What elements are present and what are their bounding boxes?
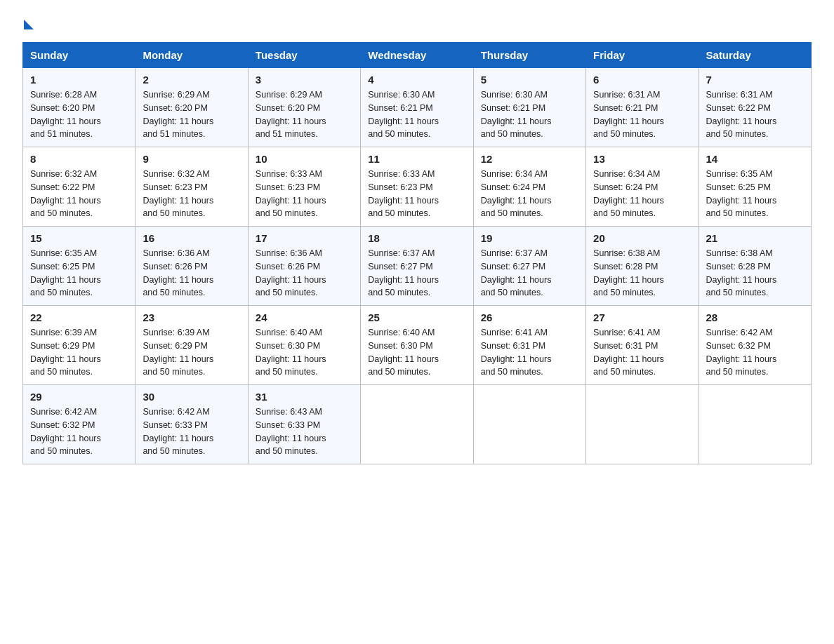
day-info: Sunrise: 6:39 AMSunset: 6:29 PMDaylight:…: [143, 328, 213, 377]
weekday-header-row: SundayMondayTuesdayWednesdayThursdayFrid…: [23, 43, 812, 68]
day-number: 31: [256, 391, 353, 403]
calendar-day-cell: 26 Sunrise: 6:41 AMSunset: 6:31 PMDaylig…: [473, 306, 585, 385]
day-info: Sunrise: 6:29 AMSunset: 6:20 PMDaylight:…: [256, 90, 326, 139]
day-info: Sunrise: 6:38 AMSunset: 6:28 PMDaylight:…: [706, 248, 777, 297]
calendar-day-cell: 4 Sunrise: 6:30 AMSunset: 6:21 PMDayligh…: [361, 68, 473, 147]
day-info: Sunrise: 6:42 AMSunset: 6:33 PMDaylight:…: [143, 407, 213, 456]
day-number: 7: [706, 74, 804, 86]
day-info: Sunrise: 6:40 AMSunset: 6:30 PMDaylight:…: [256, 328, 326, 377]
day-info: Sunrise: 6:38 AMSunset: 6:28 PMDaylight:…: [593, 248, 664, 297]
day-number: 26: [481, 311, 578, 323]
day-number: 17: [256, 232, 353, 244]
calendar-week-row: 8 Sunrise: 6:32 AMSunset: 6:22 PMDayligh…: [23, 147, 812, 227]
day-number: 23: [143, 311, 240, 323]
logo: [22, 17, 34, 29]
day-number: 16: [143, 232, 240, 244]
calendar-day-cell: 21 Sunrise: 6:38 AMSunset: 6:28 PMDaylig…: [699, 227, 811, 306]
weekday-header-sunday: Sunday: [23, 43, 135, 68]
day-number: 22: [30, 311, 128, 323]
day-number: 24: [256, 311, 353, 323]
day-info: Sunrise: 6:43 AMSunset: 6:33 PMDaylight:…: [256, 407, 326, 456]
day-info: Sunrise: 6:34 AMSunset: 6:24 PMDaylight:…: [593, 169, 664, 218]
day-number: 25: [368, 311, 465, 323]
calendar-week-row: 29 Sunrise: 6:42 AMSunset: 6:32 PMDaylig…: [23, 385, 812, 464]
calendar-day-cell: 6 Sunrise: 6:31 AMSunset: 6:21 PMDayligh…: [586, 68, 699, 147]
calendar-day-cell: 27 Sunrise: 6:41 AMSunset: 6:31 PMDaylig…: [586, 306, 699, 385]
calendar-day-cell: 22 Sunrise: 6:39 AMSunset: 6:29 PMDaylig…: [23, 306, 135, 385]
calendar-day-cell: [699, 385, 811, 464]
calendar-day-cell: 1 Sunrise: 6:28 AMSunset: 6:20 PMDayligh…: [23, 68, 135, 147]
day-info: Sunrise: 6:29 AMSunset: 6:20 PMDaylight:…: [143, 90, 213, 139]
calendar-week-row: 1 Sunrise: 6:28 AMSunset: 6:20 PMDayligh…: [23, 68, 812, 147]
weekday-header-monday: Monday: [135, 43, 248, 68]
calendar-day-cell: 3 Sunrise: 6:29 AMSunset: 6:20 PMDayligh…: [248, 68, 360, 147]
day-number: 19: [481, 232, 578, 244]
day-number: 11: [368, 153, 465, 165]
day-info: Sunrise: 6:32 AMSunset: 6:23 PMDaylight:…: [143, 169, 213, 218]
calendar-day-cell: 18 Sunrise: 6:37 AMSunset: 6:27 PMDaylig…: [361, 227, 473, 306]
day-info: Sunrise: 6:34 AMSunset: 6:24 PMDaylight:…: [481, 169, 552, 218]
day-number: 21: [706, 232, 804, 244]
calendar-day-cell: 5 Sunrise: 6:30 AMSunset: 6:21 PMDayligh…: [473, 68, 585, 147]
calendar-day-cell: 24 Sunrise: 6:40 AMSunset: 6:30 PMDaylig…: [248, 306, 360, 385]
day-number: 6: [593, 74, 691, 86]
calendar-day-cell: 25 Sunrise: 6:40 AMSunset: 6:30 PMDaylig…: [361, 306, 473, 385]
calendar-day-cell: 2 Sunrise: 6:29 AMSunset: 6:20 PMDayligh…: [135, 68, 248, 147]
calendar-day-cell: 14 Sunrise: 6:35 AMSunset: 6:25 PMDaylig…: [699, 147, 811, 227]
day-info: Sunrise: 6:40 AMSunset: 6:30 PMDaylight:…: [368, 328, 439, 377]
day-number: 3: [256, 74, 353, 86]
calendar-day-cell: 12 Sunrise: 6:34 AMSunset: 6:24 PMDaylig…: [473, 147, 585, 227]
calendar-day-cell: 31 Sunrise: 6:43 AMSunset: 6:33 PMDaylig…: [248, 385, 360, 464]
calendar-day-cell: 8 Sunrise: 6:32 AMSunset: 6:22 PMDayligh…: [23, 147, 135, 227]
day-info: Sunrise: 6:31 AMSunset: 6:21 PMDaylight:…: [593, 90, 664, 139]
day-info: Sunrise: 6:42 AMSunset: 6:32 PMDaylight:…: [706, 328, 777, 377]
calendar-day-cell: 29 Sunrise: 6:42 AMSunset: 6:32 PMDaylig…: [23, 385, 135, 464]
calendar-day-cell: 7 Sunrise: 6:31 AMSunset: 6:22 PMDayligh…: [699, 68, 811, 147]
weekday-header-tuesday: Tuesday: [248, 43, 360, 68]
day-info: Sunrise: 6:36 AMSunset: 6:26 PMDaylight:…: [143, 248, 213, 297]
calendar-week-row: 22 Sunrise: 6:39 AMSunset: 6:29 PMDaylig…: [23, 306, 812, 385]
calendar-day-cell: 10 Sunrise: 6:33 AMSunset: 6:23 PMDaylig…: [248, 147, 360, 227]
day-info: Sunrise: 6:36 AMSunset: 6:26 PMDaylight:…: [256, 248, 326, 297]
calendar-day-cell: 13 Sunrise: 6:34 AMSunset: 6:24 PMDaylig…: [586, 147, 699, 227]
calendar-day-cell: 30 Sunrise: 6:42 AMSunset: 6:33 PMDaylig…: [135, 385, 248, 464]
day-info: Sunrise: 6:33 AMSunset: 6:23 PMDaylight:…: [256, 169, 326, 218]
day-number: 13: [593, 153, 691, 165]
day-number: 29: [30, 391, 128, 403]
day-number: 10: [256, 153, 353, 165]
day-info: Sunrise: 6:35 AMSunset: 6:25 PMDaylight:…: [706, 169, 777, 218]
day-info: Sunrise: 6:41 AMSunset: 6:31 PMDaylight:…: [593, 328, 664, 377]
calendar-table: SundayMondayTuesdayWednesdayThursdayFrid…: [22, 42, 812, 464]
day-number: 28: [706, 311, 804, 323]
day-number: 27: [593, 311, 691, 323]
day-info: Sunrise: 6:35 AMSunset: 6:25 PMDaylight:…: [30, 248, 101, 297]
calendar-day-cell: 15 Sunrise: 6:35 AMSunset: 6:25 PMDaylig…: [23, 227, 135, 306]
day-number: 14: [706, 153, 804, 165]
day-number: 5: [481, 74, 578, 86]
day-info: Sunrise: 6:28 AMSunset: 6:20 PMDaylight:…: [30, 90, 101, 139]
day-info: Sunrise: 6:42 AMSunset: 6:32 PMDaylight:…: [30, 407, 101, 456]
day-info: Sunrise: 6:33 AMSunset: 6:23 PMDaylight:…: [368, 169, 439, 218]
day-info: Sunrise: 6:37 AMSunset: 6:27 PMDaylight:…: [481, 248, 552, 297]
calendar-day-cell: 23 Sunrise: 6:39 AMSunset: 6:29 PMDaylig…: [135, 306, 248, 385]
day-number: 20: [593, 232, 691, 244]
weekday-header-thursday: Thursday: [473, 43, 585, 68]
weekday-header-wednesday: Wednesday: [361, 43, 473, 68]
calendar-day-cell: 9 Sunrise: 6:32 AMSunset: 6:23 PMDayligh…: [135, 147, 248, 227]
page-header: [22, 17, 812, 29]
day-info: Sunrise: 6:32 AMSunset: 6:22 PMDaylight:…: [30, 169, 101, 218]
day-info: Sunrise: 6:39 AMSunset: 6:29 PMDaylight:…: [30, 328, 101, 377]
calendar-day-cell: [586, 385, 699, 464]
weekday-header-saturday: Saturday: [699, 43, 811, 68]
day-info: Sunrise: 6:30 AMSunset: 6:21 PMDaylight:…: [368, 90, 439, 139]
day-info: Sunrise: 6:41 AMSunset: 6:31 PMDaylight:…: [481, 328, 552, 377]
calendar-day-cell: 17 Sunrise: 6:36 AMSunset: 6:26 PMDaylig…: [248, 227, 360, 306]
calendar-day-cell: [473, 385, 585, 464]
calendar-day-cell: 20 Sunrise: 6:38 AMSunset: 6:28 PMDaylig…: [586, 227, 699, 306]
day-info: Sunrise: 6:31 AMSunset: 6:22 PMDaylight:…: [706, 90, 777, 139]
calendar-day-cell: 16 Sunrise: 6:36 AMSunset: 6:26 PMDaylig…: [135, 227, 248, 306]
day-number: 4: [368, 74, 465, 86]
calendar-day-cell: [361, 385, 473, 464]
weekday-header-friday: Friday: [586, 43, 699, 68]
logo-arrow-icon: [24, 20, 34, 29]
